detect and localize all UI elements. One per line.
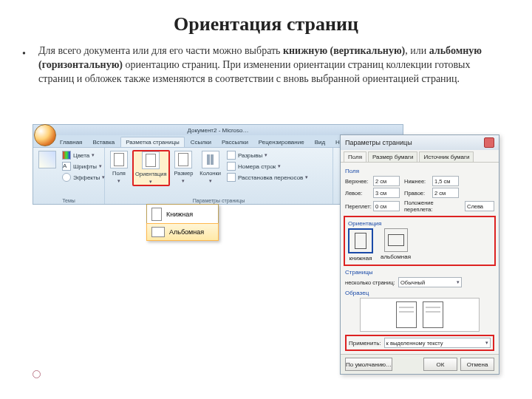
fld-top-lbl: Верхнее: [345,178,372,185]
apply-value: к выделенному тексту [386,340,443,347]
close-icon[interactable] [484,137,494,148]
theme-colors-lbl: Цвета [73,152,89,159]
group-page-setup: Поля▾ Ориентация▾ Размер▾ Колонки▾ [105,148,333,204]
breaks-button[interactable]: Разрывы▾ [225,150,310,160]
hyphenation-icon [227,173,236,182]
hyphenation-button[interactable]: Расстановка переносов▾ [225,172,310,183]
group-themes-label: Темы [36,197,101,203]
dropdown-landscape-label: Альбомная [169,228,204,236]
fld-gutterpos-lbl: Положение переплета: [404,200,463,213]
office-button[interactable] [34,124,56,146]
tab-insert[interactable]: Вставка [88,137,119,147]
screenshot-composite: Документ2 - Microso… Главная Вставка Раз… [33,124,499,346]
body-paragraph: • Для всего документа или для его части … [38,44,505,86]
tab-review[interactable]: Рецензирование [254,137,309,147]
preview-page-1 [396,301,417,328]
sec-orientation: Ориентация [348,220,491,227]
theme-fonts-lbl: Шрифты [73,163,97,170]
apply-row: Применить: к выделенному тексту▾ [345,335,494,351]
orient-portrait[interactable]: книжная [348,228,373,262]
orientation-button[interactable]: Ориентация▾ [132,150,170,186]
margins-label: Поля [112,170,126,177]
orient-landscape[interactable]: альбомная [381,228,411,262]
preview-page-2 [423,301,443,328]
sec-margins: Поля [345,168,494,174]
orientation-dropdown: Книжная Альбомная [146,204,219,241]
theme-fonts[interactable]: AШрифты▾ [61,161,106,171]
margins-button[interactable]: Поля▾ [108,150,130,185]
tab-home[interactable]: Главная [55,137,86,147]
sec-preview: Образец [345,290,494,296]
apply-combo[interactable]: к выделенному тексту▾ [384,338,491,348]
tab-view[interactable]: Вид [310,137,330,147]
cancel-button[interactable]: Отмена [460,358,494,371]
columns-icon [202,151,219,168]
fld-gutterpos[interactable]: Слева [465,201,494,211]
sec-pages: Страницы [345,269,494,276]
colors-icon [62,151,71,160]
fld-left[interactable]: 3 см [373,188,400,198]
margins-icon [110,151,128,168]
fld-bottom[interactable]: 1,5 см [432,176,459,186]
group-page-setup-label: Параметры страницы [108,197,330,203]
fld-top[interactable]: 2 см [373,176,400,186]
tab-mailings[interactable]: Рассылки [217,137,253,147]
group-themes: Цвета▾ AШрифты▾ Эффекты▾ Темы [33,148,105,204]
columns-label: Колонки [200,170,221,177]
size-button[interactable]: Размер▾ [172,150,196,185]
para-t1: Для всего документа или для его части мо… [38,45,283,56]
page-setup-dialog: Параметры страницы Поля Размер бумаги Ис… [340,134,499,375]
themes-button[interactable] [36,150,58,183]
size-icon [174,151,192,168]
window-titlebar: Документ2 - Microso… [33,125,403,135]
dlg-tab-margins[interactable]: Поля [344,151,366,162]
apply-label: Применить: [349,340,381,347]
line-numbers-label: Номера строк [238,163,276,170]
columns-button[interactable]: Колонки▾ [197,150,223,185]
tab-page-layout[interactable]: Разметка страницы [120,137,185,147]
orientation-section: Ориентация книжная альбомная [344,216,496,266]
pages-label: несколько страниц: [345,279,397,286]
slide-title: Ориентация страниц [0,13,532,35]
dialog-titlebar: Параметры страницы [341,135,499,150]
dialog-title: Параметры страницы [345,139,412,146]
bullet-icon: • [22,47,26,61]
theme-effects-lbl: Эффекты [73,174,100,181]
effects-icon [62,173,71,182]
fld-right-lbl: Правое: [404,190,431,197]
line-numbers-button[interactable]: Номера строк▾ [225,161,310,171]
fld-left-lbl: Левое: [345,190,372,197]
line-numbers-icon [227,162,236,171]
dropdown-portrait-label: Книжная [166,211,193,218]
breaks-icon [227,151,236,160]
theme-colors[interactable]: Цвета▾ [61,150,106,160]
dialog-tabs: Поля Размер бумаги Источник бумаги [341,150,499,163]
dialog-body: Поля Верхнее:2 см Нижнее:1,5 см Левое:3 … [341,163,499,354]
dialog-buttons: По умолчанию… ОК Отмена [341,354,499,374]
size-label: Размер [174,170,194,177]
orientation-icon [142,151,160,169]
para-t2: , или [405,45,429,56]
pages-combo[interactable]: Обычный▾ [398,277,462,287]
fonts-icon: A [62,162,71,171]
pages-value: Обычный [400,279,425,286]
fld-bottom-lbl: Нижнее: [404,178,431,185]
dropdown-landscape[interactable]: Альбомная [146,223,219,241]
tab-references[interactable]: Ссылки [186,137,216,147]
landscape-icon [151,227,165,237]
hyphenation-label: Расстановка переносов [238,174,303,181]
dropdown-portrait[interactable]: Книжная [147,205,218,224]
dlg-tab-paper[interactable]: Размер бумаги [368,151,417,162]
slide-footer-marker [33,370,39,377]
breaks-label: Разрывы [238,152,262,159]
default-button[interactable]: По умолчанию… [345,358,392,371]
ok-button[interactable]: ОК [423,358,457,371]
preview-area [360,298,480,332]
fld-gutter[interactable]: 0 см [373,201,400,211]
portrait-icon [151,208,162,221]
themes-icon [38,151,56,168]
para-b1: книжную (вертикальную) [283,45,405,56]
dlg-tab-source[interactable]: Источник бумаги [419,151,474,162]
fld-right[interactable]: 2 см [432,188,459,198]
theme-effects[interactable]: Эффекты▾ [61,172,106,183]
